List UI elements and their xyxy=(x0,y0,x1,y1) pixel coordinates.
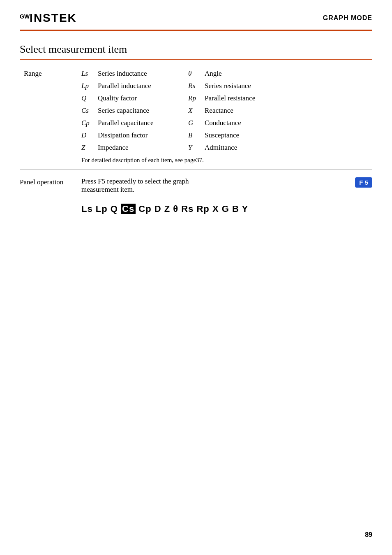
header: GW INSTEK GRAPH MODE xyxy=(0,0,392,30)
abbr-d: D xyxy=(81,131,98,139)
header-title: GRAPH MODE xyxy=(323,14,372,22)
range-empty-6 xyxy=(24,131,81,139)
footnote-text: For detailed description of each item, s… xyxy=(81,157,204,164)
name-cs: Series capacitance xyxy=(98,107,188,115)
name-cp: Parallel capacitance xyxy=(98,119,188,127)
footnote-row: For detailed description of each item, s… xyxy=(20,157,372,164)
range-label: Range xyxy=(24,70,81,78)
abbr2-x: X xyxy=(188,107,205,115)
abbr2-b: B xyxy=(188,131,205,139)
name2-angle: Angle xyxy=(205,70,295,78)
panel-content: Press F5 repeatedly to select the graphm… xyxy=(81,177,372,194)
f5-badge: F 5 xyxy=(355,177,372,188)
panel-label: Panel operation xyxy=(20,178,81,186)
section-title: Select measurement item xyxy=(20,43,372,56)
logo-gw: GW xyxy=(20,13,30,20)
range-empty-5 xyxy=(24,119,81,127)
name-ls: Series inductance xyxy=(98,70,188,78)
logo: GW INSTEK xyxy=(20,12,77,25)
abbr-cs: Cs xyxy=(81,107,98,115)
section-title-rule xyxy=(20,59,372,60)
name-z: Impedance xyxy=(98,144,188,152)
abbr-cp: Cp xyxy=(81,119,98,127)
abbr2-g: G xyxy=(188,119,205,127)
name2-x: Reactance xyxy=(205,107,295,115)
content: Select measurement item Range Ls Series … xyxy=(0,31,392,231)
measurement-table: Range Ls Series inductance θ Angle Lp Pa… xyxy=(20,70,372,152)
name2-rp: Parallel resistance xyxy=(205,94,295,102)
panel-section: Panel operation Press F5 repeatedly to s… xyxy=(20,177,372,194)
page-number: 89 xyxy=(365,531,372,539)
range-empty-3 xyxy=(24,94,81,102)
logo-instek: INSTEK xyxy=(30,12,77,25)
footnote-spacer xyxy=(24,157,81,164)
abbr2-theta: θ xyxy=(188,70,205,78)
name2-rs: Series resistance xyxy=(205,82,295,90)
name-lp: Parallel inductance xyxy=(98,82,188,90)
abbr-lp: Lp xyxy=(81,82,98,90)
abbr2-rs: Rs xyxy=(188,82,205,90)
footnote-rule xyxy=(20,170,372,170)
name-d: Dissipation factor xyxy=(98,131,188,139)
range-empty-2 xyxy=(24,82,81,90)
page: GW INSTEK GRAPH MODE Select measurement … xyxy=(0,0,392,555)
sequence-highlighted: Cs xyxy=(121,204,136,214)
abbr2-rp: Rp xyxy=(188,94,205,102)
range-empty-7 xyxy=(24,144,81,152)
sequence-display: Ls Lp Q Cs Cp D Z θ Rs Rp X G B Y xyxy=(20,204,372,214)
name2-b: Susceptance xyxy=(205,131,295,139)
abbr-ls: Ls xyxy=(81,70,98,78)
name2-y: Admittance xyxy=(205,144,295,152)
sequence-prefix: Ls Lp Q xyxy=(81,204,121,214)
sequence-text: Ls Lp Q Cs Cp D Z θ Rs Rp X G B Y xyxy=(81,204,248,214)
sequence-suffix: Cp D Z θ Rs Rp X G B Y xyxy=(136,204,248,214)
panel-text: Press F5 repeatedly to select the graphm… xyxy=(81,177,351,194)
abbr2-y: Y xyxy=(188,144,205,152)
abbr-z: Z xyxy=(81,144,98,152)
range-empty-4 xyxy=(24,107,81,115)
name-q: Quality factor xyxy=(98,94,188,102)
name2-g: Conductance xyxy=(205,119,295,127)
abbr-q: Q xyxy=(81,94,98,102)
